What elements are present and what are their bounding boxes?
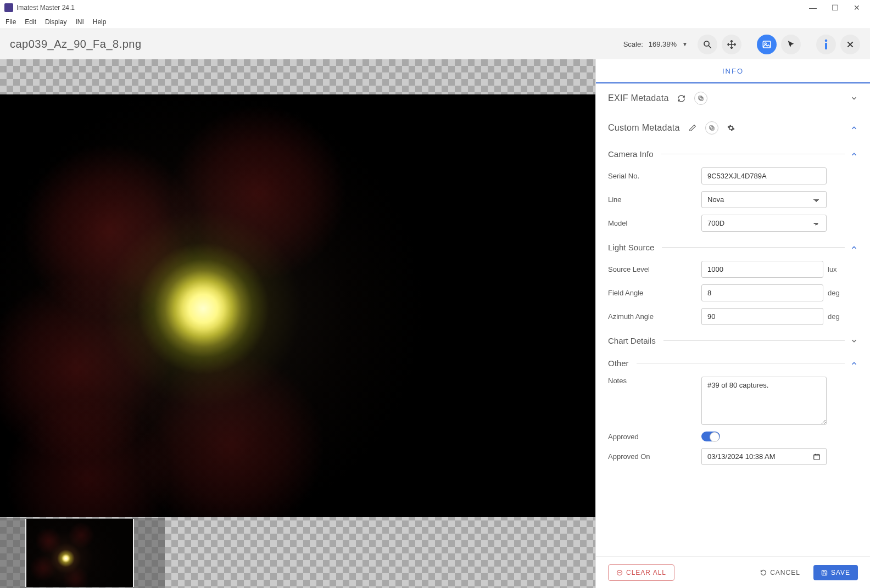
save-button[interactable]: SAVE xyxy=(813,565,858,580)
refresh-icon xyxy=(677,94,685,103)
thumbnail[interactable] xyxy=(25,519,134,587)
source-level-label: Source Level xyxy=(608,265,701,273)
approved-toggle[interactable] xyxy=(701,432,720,441)
window-title: Imatest Master 24.1 xyxy=(16,4,808,12)
serial-row: Serial No. xyxy=(608,164,858,188)
serial-label: Serial No. xyxy=(608,172,701,180)
copy-icon xyxy=(698,95,704,102)
custom-chevron-icon[interactable] xyxy=(850,124,858,132)
scale-label: Scale: xyxy=(623,40,643,48)
copy-exif-button[interactable] xyxy=(694,92,707,105)
svg-line-1 xyxy=(709,46,711,48)
source-level-unit: lux xyxy=(828,265,837,273)
toolbar: cap039_Az_90_Fa_8.png Scale: 169.38% ▼ xyxy=(0,29,870,59)
image-viewer[interactable] xyxy=(0,59,595,588)
image-canvas[interactable] xyxy=(0,94,595,517)
menubar: File Edit Display INI Help xyxy=(0,15,870,29)
menu-edit[interactable]: Edit xyxy=(25,18,36,26)
main: INFO EXIF Metadata Custom Metadata xyxy=(0,59,870,588)
light-source-title: Light Source xyxy=(608,243,654,252)
panel-body: EXIF Metadata Custom Metadata xyxy=(596,83,870,556)
zoom-tool-button[interactable] xyxy=(698,35,717,54)
chevron-down-icon xyxy=(850,94,858,102)
notes-textarea[interactable] xyxy=(701,377,827,425)
scale-dropdown-icon[interactable]: ▼ xyxy=(682,41,688,47)
save-label: SAVE xyxy=(831,569,850,576)
model-select[interactable]: 700D xyxy=(701,215,827,232)
notes-label: Notes xyxy=(608,377,701,385)
line-select[interactable]: Nova xyxy=(701,191,827,208)
light-chevron-icon[interactable] xyxy=(850,244,858,251)
minimize-button[interactable]: ― xyxy=(808,3,817,12)
exif-section-header[interactable]: EXIF Metadata xyxy=(596,83,870,113)
azimuth-label: Azimuth Angle xyxy=(608,312,701,321)
refresh-exif-button[interactable] xyxy=(674,91,689,105)
approved-label: Approved xyxy=(608,433,701,441)
field-angle-row: Field Angle deg xyxy=(608,281,858,305)
azimuth-input[interactable] xyxy=(701,308,823,325)
chart-chevron-icon[interactable] xyxy=(850,337,858,345)
clear-icon xyxy=(616,569,623,576)
menu-help[interactable]: Help xyxy=(93,18,107,26)
source-level-row: Source Level lux xyxy=(608,257,858,281)
pointer-icon xyxy=(787,40,795,49)
custom-metadata-header[interactable]: Custom Metadata xyxy=(596,113,870,143)
clear-all-label: CLEAR ALL xyxy=(626,569,666,576)
field-angle-input[interactable] xyxy=(701,284,823,301)
azimuth-row: Azimuth Angle deg xyxy=(608,305,858,328)
chart-details-title: Chart Details xyxy=(608,336,656,345)
approved-on-input[interactable]: 03/13/2024 10:38 AM xyxy=(701,448,827,465)
camera-info-title: Camera Info xyxy=(608,149,654,159)
window-controls: ― ☐ ✕ xyxy=(808,3,861,12)
model-row: Model 700D xyxy=(608,211,858,235)
svg-rect-10 xyxy=(711,127,714,130)
thumbnail-strip[interactable] xyxy=(0,518,165,588)
image-mode-button[interactable] xyxy=(757,35,777,54)
custom-metadata-title: Custom Metadata xyxy=(608,123,680,133)
svg-point-0 xyxy=(704,41,709,46)
chart-details-header[interactable]: Chart Details xyxy=(608,333,858,351)
exif-chevron-icon[interactable] xyxy=(850,94,858,102)
info-panel-button[interactable] xyxy=(816,35,836,54)
other-chevron-icon[interactable] xyxy=(850,360,858,367)
svg-rect-11 xyxy=(710,126,713,129)
svg-rect-5 xyxy=(825,43,827,49)
move-icon xyxy=(727,40,737,49)
close-panel-button[interactable] xyxy=(840,35,860,54)
other-section: Other Notes Approved Approved On xyxy=(596,352,870,469)
field-angle-unit: deg xyxy=(828,289,840,297)
edit-custom-button[interactable] xyxy=(685,121,700,135)
source-level-input[interactable] xyxy=(701,261,823,278)
chevron-up-icon xyxy=(850,124,858,132)
svg-rect-12 xyxy=(814,454,820,459)
info-tab[interactable]: INFO xyxy=(596,59,870,83)
close-button[interactable]: ✕ xyxy=(852,3,861,12)
serial-input[interactable] xyxy=(701,167,827,184)
gear-icon xyxy=(727,124,735,132)
scale-value[interactable]: 169.38% xyxy=(649,40,677,48)
approved-on-row: Approved On 03/13/2024 10:38 AM xyxy=(608,445,858,468)
camera-info-header[interactable]: Camera Info xyxy=(608,146,858,164)
maximize-button[interactable]: ☐ xyxy=(830,3,839,12)
svg-rect-2 xyxy=(763,41,771,48)
other-title: Other xyxy=(608,359,629,368)
copy-custom-button[interactable] xyxy=(705,121,718,135)
cancel-button[interactable]: CANCEL xyxy=(752,565,808,580)
camera-chevron-icon[interactable] xyxy=(850,150,858,158)
field-angle-label: Field Angle xyxy=(608,289,701,297)
pan-tool-button[interactable] xyxy=(722,35,741,54)
other-header[interactable]: Other xyxy=(608,355,858,373)
pointer-tool-button[interactable] xyxy=(781,35,801,54)
menu-file[interactable]: File xyxy=(5,18,16,26)
menu-ini[interactable]: INI xyxy=(75,18,83,26)
light-source-section: Light Source Source Level lux Field Angl… xyxy=(596,236,870,329)
clear-all-button[interactable]: CLEAR ALL xyxy=(608,564,674,581)
cancel-label: CANCEL xyxy=(770,569,800,576)
light-source-header[interactable]: Light Source xyxy=(608,239,858,257)
settings-custom-button[interactable] xyxy=(724,121,738,135)
menu-display[interactable]: Display xyxy=(45,18,66,26)
save-icon xyxy=(821,569,828,576)
approved-on-value: 03/13/2024 10:38 AM xyxy=(707,452,776,461)
model-label: Model xyxy=(608,219,701,227)
calendar-icon xyxy=(813,453,821,461)
